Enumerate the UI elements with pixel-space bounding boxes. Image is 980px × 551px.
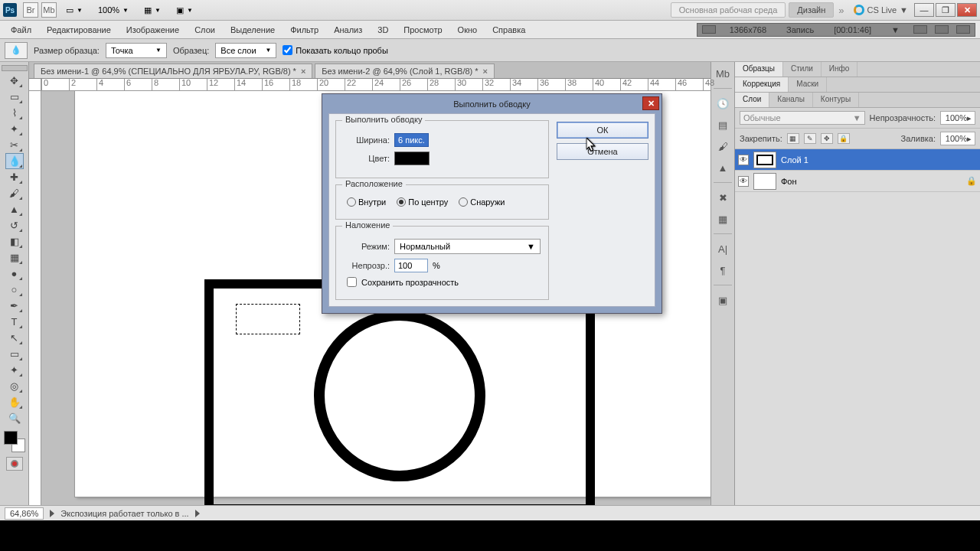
menu-3d[interactable]: 3D — [371, 23, 394, 37]
status-zoom[interactable]: 64,86% — [5, 507, 44, 520]
tab-channels[interactable]: Каналы — [769, 93, 813, 107]
layer-comps-panel-icon[interactable]: ▦ — [714, 210, 731, 227]
close-button[interactable]: ✕ — [957, 3, 977, 17]
tab-swatches[interactable]: Образцы — [735, 62, 783, 77]
gradient-tool[interactable]: ▦ — [5, 249, 24, 266]
history-brush-tool[interactable]: ↺ — [5, 217, 24, 233]
arrange-dropdown[interactable]: ▣▼ — [172, 2, 198, 18]
tab-paths[interactable]: Контуры — [813, 93, 859, 107]
3d-tool[interactable]: ✦ — [5, 362, 24, 378]
menu-edit[interactable]: Редактирование — [41, 23, 117, 37]
layer-thumb-1[interactable] — [753, 152, 776, 168]
workspace-design[interactable]: Дизайн — [789, 2, 834, 18]
tool-presets-panel-icon[interactable]: ✖ — [714, 189, 731, 206]
current-tool-icon[interactable]: 💧 — [5, 42, 28, 59]
char-panel-icon[interactable]: A| — [714, 240, 731, 257]
path-tool[interactable]: ↖ — [5, 330, 24, 346]
hand-tool[interactable]: ✋ — [5, 394, 24, 410]
move-tool[interactable]: ✥ — [5, 73, 24, 89]
layer-row-2[interactable]: 👁 Фон 🔒 — [735, 171, 980, 192]
tab-styles[interactable]: Стили — [783, 62, 822, 77]
eraser-tool[interactable]: ◧ — [5, 233, 24, 249]
cancel-button[interactable]: Отмена — [557, 143, 648, 160]
menu-layer[interactable]: Слои — [188, 23, 221, 37]
rec-stop-icon[interactable] — [956, 25, 970, 34]
menu-analysis[interactable]: Анализ — [328, 23, 368, 37]
para-panel-icon[interactable]: ¶ — [714, 262, 731, 279]
shape-tool[interactable]: ▭ — [5, 346, 24, 362]
rec-pause-icon[interactable] — [935, 25, 949, 34]
actions-panel-icon[interactable]: ▤ — [714, 116, 731, 133]
layer-visibility-2[interactable]: 👁 — [738, 176, 749, 187]
workspace-more[interactable]: » — [838, 5, 844, 16]
marquee-tool[interactable]: ▭ — [5, 89, 24, 105]
opacity-dlg-input[interactable]: 100 — [394, 259, 428, 272]
menu-image[interactable]: Изображение — [120, 23, 185, 37]
bridge-icon[interactable]: Br — [23, 2, 38, 18]
rec-cam-icon[interactable] — [913, 25, 927, 34]
radio-center[interactable]: По центру — [397, 197, 448, 207]
nav-panel-icon[interactable]: ▣ — [714, 292, 731, 308]
status-menu-2[interactable] — [195, 510, 200, 517]
toolbox-grip[interactable] — [2, 65, 28, 71]
crop-tool[interactable]: ✂ — [5, 137, 24, 153]
tab-info[interactable]: Инфо — [822, 62, 858, 77]
lock-pixels[interactable]: ✎ — [804, 133, 816, 144]
history-panel-icon[interactable]: 🕓 — [714, 95, 731, 112]
rec-dd[interactable]: ▼ — [885, 23, 906, 37]
dodge-tool[interactable]: ○ — [5, 282, 24, 298]
mode-dropdown[interactable]: Нормальный▼ — [394, 239, 541, 254]
foreground-color[interactable] — [4, 431, 18, 445]
clone-panel-icon[interactable]: ▲ — [714, 159, 731, 176]
3d-cam-tool[interactable]: ◎ — [5, 378, 24, 394]
lasso-tool[interactable]: ⌇ — [5, 105, 24, 121]
pen-tool[interactable]: ✒ — [5, 298, 24, 314]
doc-tab-1[interactable]: Без имени-1 @ 64,9% (СПЕЦИАЛЬНО ДЛЯ ЯРБУ… — [34, 64, 312, 78]
minibridge-icon[interactable]: Mb — [41, 2, 57, 18]
sample-size-dropdown[interactable]: Точка▼ — [106, 43, 167, 58]
eyedropper-tool[interactable]: 💧 — [5, 153, 24, 169]
layer-thumb-2[interactable] — [753, 173, 776, 190]
sample-layers-dropdown[interactable]: Все слои▼ — [215, 43, 276, 58]
tab-masks[interactable]: Маски — [789, 77, 827, 92]
color-swatches[interactable] — [4, 431, 25, 452]
opacity-field[interactable]: 100% ▸ — [940, 111, 975, 125]
tab-layers[interactable]: Слои — [735, 93, 769, 107]
heal-tool[interactable]: ✚ — [5, 169, 24, 185]
view-extras-dropdown[interactable]: ▦▼ — [139, 2, 165, 18]
cslive-button[interactable]: CS Live▼ — [854, 5, 908, 15]
status-menu-1[interactable] — [50, 510, 54, 517]
maximize-button[interactable]: ❐ — [936, 3, 956, 17]
stamp-tool[interactable]: ▲ — [5, 201, 24, 217]
blur-tool[interactable]: ● — [5, 266, 24, 282]
dialog-titlebar[interactable]: Выполнить обводку ✕ — [322, 94, 662, 113]
menu-help[interactable]: Справка — [486, 23, 531, 37]
radio-outside[interactable]: Снаружи — [459, 197, 505, 207]
doc-tab-1-close[interactable]: × — [301, 67, 305, 76]
rec-screen-icon[interactable] — [702, 25, 716, 34]
minibridge-panel-icon[interactable]: Mb — [714, 65, 731, 82]
minimize-button[interactable]: — — [914, 3, 934, 17]
blend-mode-dropdown[interactable]: Обычные▼ — [740, 111, 865, 125]
wand-tool[interactable]: ✦ — [5, 121, 24, 137]
lock-position[interactable]: ✥ — [821, 133, 833, 144]
menu-filter[interactable]: Фильтр — [284, 23, 325, 37]
width-input[interactable]: 6 пикс. — [394, 133, 429, 147]
doc-tab-2-close[interactable]: × — [483, 67, 488, 76]
type-tool[interactable]: T — [5, 314, 24, 330]
menu-file[interactable]: Файл — [5, 23, 38, 37]
zoom-tool[interactable]: 🔍 — [5, 410, 24, 426]
fill-field[interactable]: 100% ▸ — [940, 132, 975, 145]
preserve-checkbox[interactable] — [347, 277, 357, 287]
zoom-dropdown[interactable]: 100%▼ — [93, 2, 133, 18]
ok-button[interactable]: ОК — [557, 122, 648, 139]
dialog-close-button[interactable]: ✕ — [642, 96, 659, 110]
menu-view[interactable]: Просмотр — [397, 23, 448, 37]
workspace-default[interactable]: Основная рабочая среда — [671, 2, 786, 18]
lock-transparent[interactable]: ▦ — [787, 133, 799, 144]
layer-row-1[interactable]: 👁 Слой 1 — [735, 149, 980, 171]
doc-tab-2[interactable]: Без имени-2 @ 64,9% (Слой 1, RGB/8) *× — [315, 64, 495, 78]
menu-select[interactable]: Выделение — [224, 23, 281, 37]
layer-visibility-1[interactable]: 👁 — [738, 155, 749, 165]
show-ring-checkbox[interactable]: Показать кольцо пробы — [283, 45, 388, 55]
